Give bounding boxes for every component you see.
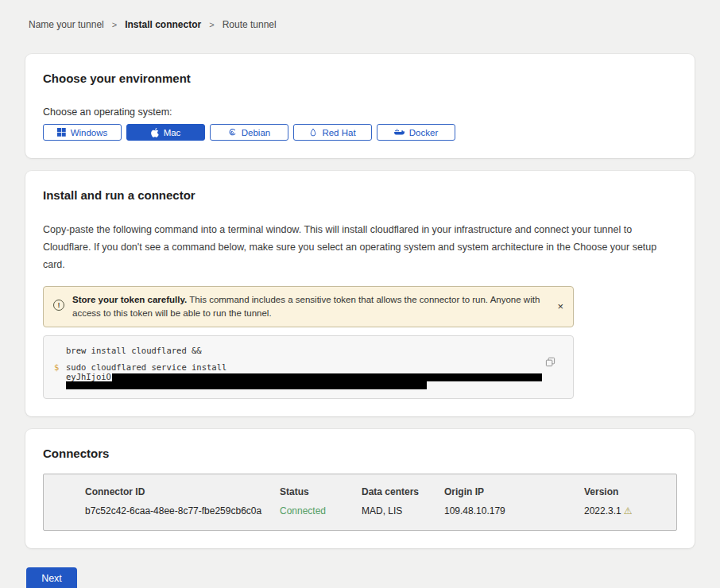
token-prefix: eyJhIjoiO bbox=[66, 372, 111, 381]
connector-id-value: b7c52c42-6caa-48ee-8c77-fbe259cb6c0a bbox=[85, 505, 280, 516]
apple-logo-icon bbox=[151, 128, 159, 137]
code-line-token: eyJhIjoiO bbox=[66, 373, 562, 381]
version-warning-icon: ⚠ bbox=[624, 505, 633, 516]
code-line-brew-install: brew install cloudflared && bbox=[66, 346, 562, 355]
breadcrumb-step-name-tunnel[interactable]: Name your tunnel bbox=[29, 19, 104, 30]
connector-origin-ip-value: 109.48.10.179 bbox=[444, 505, 584, 516]
connector-data-centers-value: MAD, LIS bbox=[362, 505, 444, 516]
breadcrumb-step-install-connector[interactable]: Install connector bbox=[125, 19, 201, 30]
token-warning-text: Store your token carefully. This command… bbox=[72, 293, 544, 320]
debian-logo-icon bbox=[228, 128, 237, 137]
redacted-token-bar bbox=[112, 373, 542, 381]
connector-version-value: 2022.3.1⚠ bbox=[584, 505, 676, 516]
os-button-label: Debian bbox=[242, 128, 270, 137]
docker-logo-icon bbox=[394, 128, 405, 137]
copy-icon[interactable] bbox=[545, 357, 555, 369]
redhat-logo-icon bbox=[309, 128, 317, 137]
column-header-origin-ip: Origin IP bbox=[444, 486, 584, 497]
breadcrumb-separator: > bbox=[209, 20, 214, 29]
os-button-redhat[interactable]: Red Hat bbox=[293, 124, 372, 141]
os-button-label: Mac bbox=[164, 128, 181, 137]
column-header-version: Version bbox=[584, 486, 676, 497]
install-card-title: Install and run a connector bbox=[43, 188, 677, 202]
connector-status-value: Connected bbox=[280, 505, 362, 516]
shell-prompt: $ bbox=[54, 363, 59, 372]
install-card: Install and run a connector Copy-paste t… bbox=[25, 171, 695, 416]
environment-card: Choose your environment Choose an operat… bbox=[25, 54, 695, 158]
column-header-connector-id: Connector ID bbox=[85, 486, 280, 497]
column-header-status: Status bbox=[280, 486, 362, 497]
windows-logo-icon bbox=[57, 128, 66, 137]
install-command-code-block: brew install cloudflared && $sudo cloudf… bbox=[43, 335, 574, 399]
os-button-docker[interactable]: Docker bbox=[377, 124, 455, 141]
os-button-label: Red Hat bbox=[322, 128, 355, 137]
token-warning-banner: ! Store your token carefully. This comma… bbox=[43, 286, 574, 327]
os-button-label: Windows bbox=[71, 128, 108, 137]
next-button[interactable]: Next bbox=[26, 567, 77, 588]
os-button-label: Docker bbox=[409, 128, 438, 137]
connectors-card-title: Connectors bbox=[43, 447, 677, 460]
connectors-table: Connector ID Status Data centers Origin … bbox=[43, 474, 677, 531]
redacted-token-bar bbox=[66, 381, 427, 389]
token-warning-title: Store your token carefully. bbox=[72, 295, 187, 304]
code-line-service-install: $sudo cloudflared service install bbox=[66, 363, 562, 372]
install-description: Copy-paste the following command into a … bbox=[43, 221, 675, 273]
alert-circle-icon: ! bbox=[53, 300, 64, 311]
breadcrumb: Name your tunnel > Install connector > R… bbox=[0, 0, 720, 30]
os-select-label: Choose an operating system: bbox=[43, 106, 677, 118]
environment-card-title: Choose your environment bbox=[43, 72, 677, 85]
close-icon[interactable]: × bbox=[557, 301, 563, 311]
connectors-card: Connectors Connector ID Status Data cent… bbox=[25, 429, 695, 548]
breadcrumb-separator: > bbox=[112, 20, 117, 29]
os-button-windows[interactable]: Windows bbox=[43, 124, 122, 141]
breadcrumb-step-route-tunnel[interactable]: Route tunnel bbox=[223, 19, 277, 30]
os-button-group: Windows Mac Debian bbox=[43, 124, 677, 141]
os-button-debian[interactable]: Debian bbox=[210, 124, 288, 141]
os-button-mac[interactable]: Mac bbox=[126, 124, 205, 141]
column-header-data-centers: Data centers bbox=[362, 486, 444, 497]
